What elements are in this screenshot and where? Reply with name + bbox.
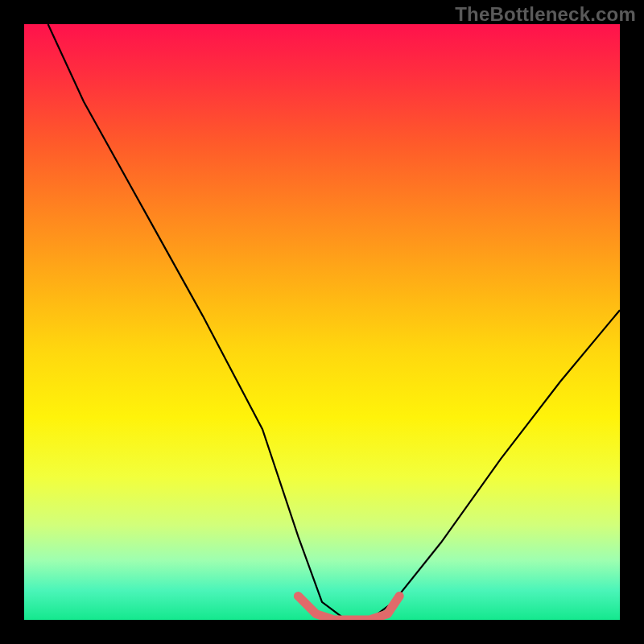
plot-area	[24, 24, 620, 620]
bottleneck-curve-right	[346, 310, 620, 620]
watermark-text: TheBottleneck.com	[455, 3, 636, 26]
chart-frame: TheBottleneck.com	[0, 0, 644, 644]
bottleneck-curve-left	[48, 24, 346, 620]
curve-svg	[24, 24, 620, 620]
